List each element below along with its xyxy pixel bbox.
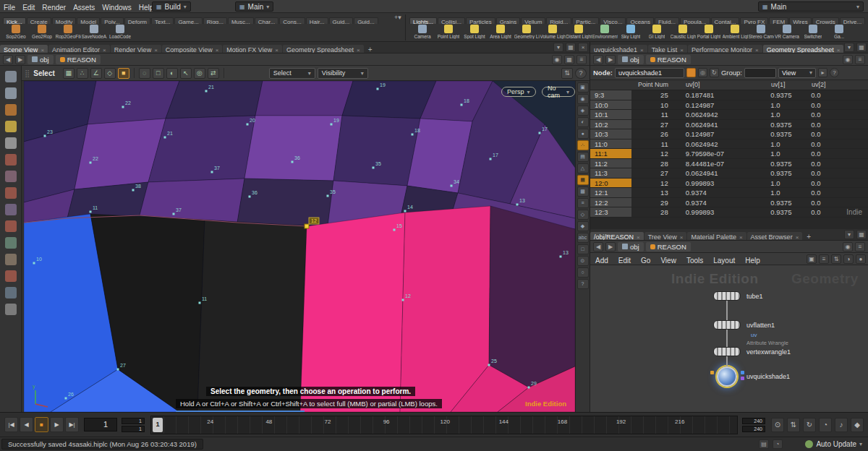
mesh-point[interactable]	[44, 135, 46, 137]
shelf-tool-sop2geo[interactable]: Sop2Geo	[3, 24, 29, 39]
tool-flag-icon[interactable]	[5, 187, 17, 199]
mesh-point[interactable]	[33, 262, 35, 265]
close-icon[interactable]: ×	[357, 47, 360, 53]
back-icon[interactable]: ◀	[593, 55, 603, 64]
pane-tab-performance-monitor[interactable]: Performance Monitor×	[688, 45, 762, 54]
row-label[interactable]: 9:3	[590, 90, 632, 100]
play-button[interactable]: ▶	[50, 417, 64, 432]
shelf-tab-contai[interactable]: Contai...	[711, 17, 740, 24]
shelf-tab-musc[interactable]: Musc...	[228, 17, 254, 24]
network-options-icon[interactable]: ●	[856, 254, 866, 264]
pin-icon[interactable]: ◉	[552, 55, 562, 64]
current-frame-marker[interactable]: 1	[153, 418, 163, 432]
shelf-tool-gi-light[interactable]: GI Light	[644, 24, 670, 39]
tool-dots-icon[interactable]	[5, 154, 17, 166]
play-reverse-button[interactable]: ◀	[20, 417, 33, 432]
group-list-icon[interactable]: ≡	[577, 198, 589, 208]
mesh-face[interactable]	[300, 212, 405, 412]
mesh-point[interactable]	[122, 106, 124, 108]
back-icon[interactable]: ◀	[593, 242, 603, 252]
playback-end-input[interactable]: 240	[742, 426, 765, 432]
close-icon[interactable]: ×	[640, 47, 644, 53]
mesh-point[interactable]	[90, 211, 92, 213]
shelf-tab-game[interactable]: Game...	[174, 17, 202, 24]
lightbulb-icon[interactable]: ⊙	[577, 256, 589, 266]
mesh-point[interactable]	[164, 137, 166, 139]
add-shelf-tab-button[interactable]: +▾	[394, 14, 401, 21]
mesh-point[interactable]	[377, 88, 379, 90]
tool-pin-icon[interactable]	[5, 171, 17, 182]
view-mode-icon[interactable]: ▣	[577, 82, 589, 93]
shelf-tab-partic[interactable]: Partic...	[572, 17, 599, 24]
select-points-icon[interactable]: ∴	[77, 68, 88, 79]
close-icon[interactable]: ×	[796, 234, 799, 241]
main-scheme-dropdown[interactable]: ▦ Main ▾	[758, 1, 864, 12]
menu-edit[interactable]: Edit	[19, 1, 38, 14]
shelf-tab-vellum[interactable]: Vellum	[521, 17, 545, 24]
toolbar-handle[interactable]: ⣿	[25, 69, 30, 77]
pane-tab-animation-editor[interactable]: Animation Editor×	[48, 45, 110, 54]
mesh-point[interactable]	[451, 185, 453, 187]
shelf-tab-kick[interactable]: Kick...	[3, 17, 26, 24]
path-obj-chip[interactable]: obj	[618, 242, 644, 252]
uv-overlay-icon[interactable]: ◇	[577, 210, 589, 220]
shelf-tool-ambient-light[interactable]: Ambient Light	[722, 24, 748, 39]
close-icon[interactable]: ×	[41, 47, 44, 53]
mesh-point[interactable]	[373, 167, 375, 169]
mesh-point[interactable]	[560, 256, 562, 258]
column-header-uv-1[interactable]: uv[1]	[771, 81, 786, 88]
mesh-point[interactable]	[393, 229, 396, 231]
mesh-face[interactable]	[333, 116, 420, 186]
mesh-point[interactable]	[331, 124, 333, 126]
mesh-face[interactable]	[197, 220, 307, 412]
shelf-tool-switcher[interactable]: Switcher	[800, 24, 826, 39]
select-edges-icon[interactable]: ∠	[90, 68, 102, 79]
scene-render[interactable]: 2119221823201921171822363735173438363511…	[24, 81, 575, 412]
pane-split-icon[interactable]: ▦	[856, 230, 867, 239]
tool-box-icon[interactable]	[5, 254, 17, 265]
close-icon[interactable]: ×	[216, 47, 219, 53]
shelf-tab-wires[interactable]: Wires	[789, 17, 811, 24]
mesh-point[interactable]	[211, 171, 213, 173]
forward-icon[interactable]: ▶	[15, 55, 25, 64]
stop-button[interactable]: ■	[35, 417, 48, 432]
snapshot-icon[interactable]: □	[577, 244, 589, 254]
shelf-tab-guid[interactable]: Guid...	[354, 17, 378, 24]
column-header-point-num[interactable]: Point Num	[638, 81, 668, 88]
split-icon[interactable]: ▦	[564, 55, 574, 64]
node-uvflatten1[interactable]	[713, 320, 741, 330]
shelf-tool-rop2geofile[interactable]: Rop2GeoFile	[55, 24, 81, 39]
paint-select-icon[interactable]: ◐	[166, 68, 178, 79]
forward-icon[interactable]: ▶	[605, 242, 616, 252]
auto-update-dropdown[interactable]: Auto Update ▾	[805, 439, 862, 450]
close-icon[interactable]: ×	[154, 47, 158, 53]
path-node-chip[interactable]: REASON	[646, 55, 691, 64]
pane-tab-motion-fx-view[interactable]: Motion FX View×	[223, 45, 282, 54]
close-icon[interactable]: ×	[275, 47, 278, 53]
pane-tab-geometry-spreadsheet[interactable]: Geometry Spreadsheet×	[763, 45, 844, 54]
visibility-dropdown[interactable]: Visibility ▾	[318, 68, 368, 79]
shelf-tab-fluid[interactable]: Fluid...	[655, 17, 679, 24]
mesh-face[interactable]	[255, 81, 353, 116]
pane-tab-take-list[interactable]: Take List×	[648, 45, 687, 54]
menu-windows[interactable]: Windows	[98, 1, 135, 14]
lasso-select-icon[interactable]: ◌	[139, 68, 150, 79]
pane-tab-asset-browser[interactable]: Asset Browser×	[747, 232, 803, 241]
geometry-shelf-icon[interactable]	[5, 104, 17, 116]
mesh-point[interactable]	[327, 195, 329, 197]
close-icon[interactable]: ×	[637, 234, 640, 241]
node-selector[interactable]: uvquickshade1	[615, 68, 684, 78]
mesh-face[interactable]	[88, 81, 179, 124]
mesh-point[interactable]	[461, 104, 463, 106]
pin-node-icon[interactable]	[686, 68, 696, 77]
pane-menu-icon[interactable]: ▾	[553, 43, 563, 52]
loop-icon[interactable]: ↻	[803, 418, 816, 432]
playback-start-input[interactable]: 1	[122, 426, 145, 432]
shelf-tab-poly[interactable]: Poly...	[101, 17, 124, 24]
shelf-tab-grains[interactable]: Grains	[496, 17, 521, 24]
row-label[interactable]: 12:0	[590, 179, 632, 188]
loop-select-icon[interactable]: ◎	[194, 68, 205, 79]
shelf-tab-guid[interactable]: Guid...	[329, 17, 354, 24]
column-header-uv-0[interactable]: uv[0]	[686, 81, 700, 88]
text-overlay-icon[interactable]: abc	[577, 233, 589, 243]
